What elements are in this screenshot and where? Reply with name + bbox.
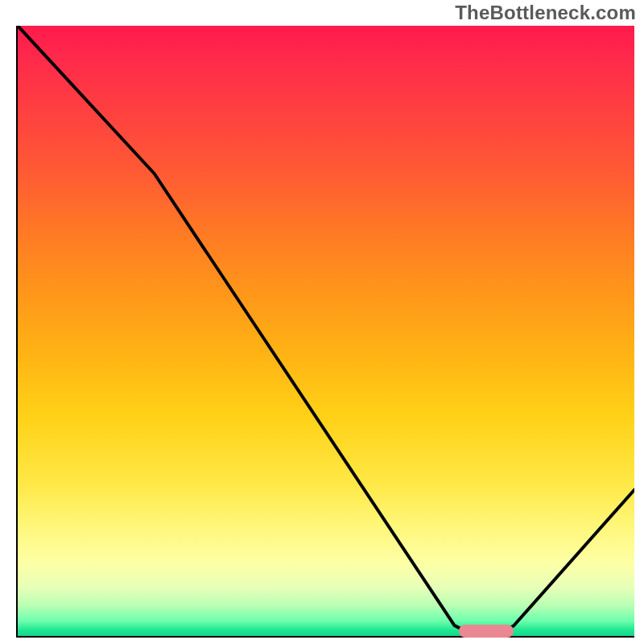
bottleneck-curve xyxy=(18,26,634,636)
optimum-marker xyxy=(459,625,514,638)
plot-area xyxy=(16,26,634,638)
chart-canvas: TheBottleneck.com xyxy=(0,0,644,644)
curve-path xyxy=(18,26,634,631)
watermark-text: TheBottleneck.com xyxy=(455,2,636,24)
